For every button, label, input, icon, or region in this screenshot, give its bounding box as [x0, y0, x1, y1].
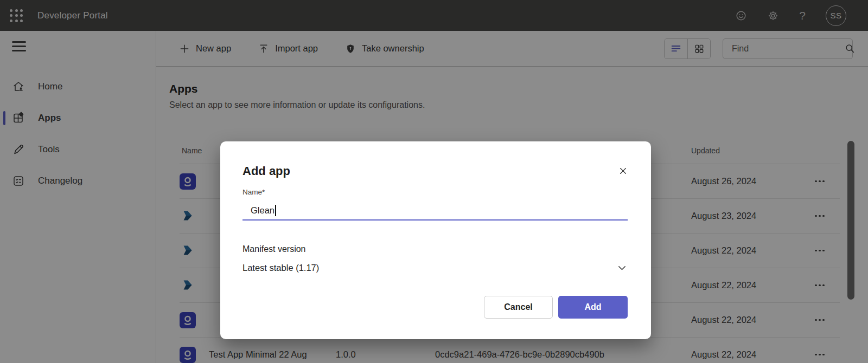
text-cursor — [275, 205, 276, 216]
dialog-title: Add app — [242, 141, 628, 178]
manifest-version-value: Latest stable (1.17) — [242, 263, 319, 273]
add-app-dialog: Add app Name* Glean Manifest version Lat… — [220, 141, 651, 339]
chevron-down-icon — [616, 262, 628, 274]
name-field-label: Name* — [242, 188, 628, 196]
manifest-version-label: Manifest version — [242, 244, 628, 254]
manifest-version-dropdown[interactable]: Latest stable (1.17) — [242, 262, 628, 274]
cancel-button[interactable]: Cancel — [484, 296, 553, 319]
app-name-value: Glean — [251, 205, 275, 216]
required-marker: * — [262, 188, 265, 196]
add-button[interactable]: Add — [558, 296, 628, 319]
app-name-input[interactable]: Glean — [242, 201, 628, 221]
developer-portal-window: Developer Portal ? SS — [0, 0, 868, 363]
close-icon[interactable] — [618, 166, 628, 176]
